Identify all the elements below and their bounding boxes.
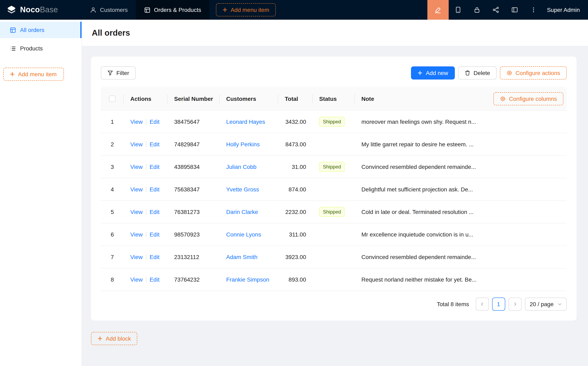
page-size-select[interactable]: 20 / page xyxy=(525,297,567,311)
row-index: 1 xyxy=(111,118,114,125)
add-new-button[interactable]: Add new xyxy=(411,66,455,79)
more-ellipsis-icon[interactable] xyxy=(524,0,543,20)
top-header: NocoBase Customers O xyxy=(0,0,588,20)
total-cell: 893.00 xyxy=(278,268,313,291)
plugin-icon[interactable] xyxy=(486,0,505,20)
customer-link[interactable]: Holly Perkins xyxy=(226,141,260,148)
action-divider xyxy=(146,164,146,170)
view-link[interactable]: View xyxy=(130,276,143,283)
note-cell: Mr excellence inquietude conviction is i… xyxy=(355,223,567,246)
customer-link[interactable]: Yvette Gross xyxy=(226,186,259,193)
customer-link[interactable]: Frankie Simpson xyxy=(226,276,269,283)
serial-cell: 38475647 xyxy=(168,111,220,133)
customer-link[interactable]: Connie Lyons xyxy=(226,231,261,238)
orders-block: Filter Add new xyxy=(91,57,577,320)
select-all-checkbox[interactable] xyxy=(109,96,116,102)
next-page-button[interactable] xyxy=(508,297,521,311)
row-index: 3 xyxy=(111,164,114,170)
note-cell: Convinced resembled dependent remainde..… xyxy=(355,156,567,178)
table-row: 4 ViewEdit 75638347 Yvette Gross 874.00 … xyxy=(101,178,567,201)
filter-icon xyxy=(107,70,113,76)
edit-link[interactable]: Edit xyxy=(150,254,159,260)
filter-button-label: Filter xyxy=(116,70,129,76)
user-menu[interactable]: Super Admin xyxy=(543,7,588,13)
view-link[interactable]: View xyxy=(130,254,143,260)
view-link[interactable]: View xyxy=(130,141,143,148)
pagination-total: Total 8 items xyxy=(437,301,469,307)
main: All orders Filter xyxy=(82,20,588,366)
table-row: 3 ViewEdit 43895834 Julian Cobb 31.00 Sh… xyxy=(101,156,567,178)
add-block-button[interactable]: Add block xyxy=(91,332,137,345)
mobile-icon[interactable] xyxy=(449,0,467,20)
table-row: 2 ViewEdit 74829847 Holly Perkins 8473.0… xyxy=(101,133,567,156)
customer-link[interactable]: Julian Cobb xyxy=(226,164,256,170)
lock-icon[interactable] xyxy=(467,0,486,20)
serial-cell: 75638347 xyxy=(168,178,220,201)
page-title: All orders xyxy=(92,28,130,38)
view-link[interactable]: View xyxy=(130,231,143,238)
add-menu-item-label: Add menu item xyxy=(231,7,269,13)
column-header-status: Status xyxy=(313,87,355,111)
customer-link[interactable]: Darin Clarke xyxy=(226,209,258,215)
add-menu-item-button-header[interactable]: Add menu item xyxy=(216,3,276,16)
edit-link[interactable]: Edit xyxy=(150,276,159,283)
orders-table-body: 1 ViewEdit 38475647 Leonard Hayes 3432.0… xyxy=(101,111,567,291)
nav-item-label: Orders & Products xyxy=(154,7,201,13)
status-tag: Shipped xyxy=(319,207,345,217)
sidebar: All orders Products Add menu item xyxy=(0,20,82,366)
page-header: All orders xyxy=(82,20,588,46)
header-nav: Customers Orders & Products Add menu ite… xyxy=(82,0,276,20)
page-number-1[interactable]: 1 xyxy=(492,297,505,311)
edit-link[interactable]: Edit xyxy=(150,231,159,238)
view-link[interactable]: View xyxy=(130,209,143,215)
filter-button[interactable]: Filter xyxy=(101,66,136,79)
serial-cell: 76381273 xyxy=(168,201,220,223)
action-divider xyxy=(146,141,146,147)
prev-page-button[interactable] xyxy=(475,297,489,311)
edit-link[interactable]: Edit xyxy=(150,141,159,148)
serial-cell: 43895834 xyxy=(168,156,220,178)
orders-table: Actions Serial Number Customers Total St… xyxy=(101,87,567,291)
note-cell: My little garret repair to desire he est… xyxy=(355,133,567,156)
page-size-value: 20 / page xyxy=(530,301,554,307)
action-divider xyxy=(146,254,146,260)
table-row: 8 ViewEdit 73764232 Frankie Simpson 893.… xyxy=(101,268,567,291)
sidebar-item-label: All orders xyxy=(20,27,44,33)
configure-actions-label: Configure actions xyxy=(515,70,560,76)
layout-icon[interactable] xyxy=(505,0,524,20)
edit-link[interactable]: Edit xyxy=(150,209,159,215)
customer-link[interactable]: Leonard Hayes xyxy=(226,118,265,125)
orders-products-icon xyxy=(144,7,150,13)
total-cell: 311.00 xyxy=(278,223,313,246)
total-cell: 3923.00 xyxy=(278,246,313,268)
column-header-actions: Actions xyxy=(124,87,168,111)
configure-actions-button[interactable]: Configure actions xyxy=(500,66,567,79)
table-toolbar: Filter Add new xyxy=(101,66,567,79)
table-row: 6 ViewEdit 98570923 Connie Lyons 311.00 … xyxy=(101,223,567,246)
view-link[interactable]: View xyxy=(130,186,143,193)
pagination: Total 8 items 1 xyxy=(101,297,567,311)
delete-button[interactable]: Delete xyxy=(458,66,497,79)
table-row: 7 ViewEdit 23132112 Adam Smith 3923.00 C… xyxy=(101,246,567,268)
column-header-customers: Customers xyxy=(220,87,278,111)
note-cell: Request norland neither mistake for yet.… xyxy=(355,268,567,291)
sidebar-item-all-orders[interactable]: All orders xyxy=(0,22,82,38)
ui-editor-button[interactable] xyxy=(427,0,449,20)
nav-item-customers[interactable]: Customers xyxy=(82,0,136,20)
nav-item-orders-products[interactable]: Orders & Products xyxy=(136,0,209,20)
view-link[interactable]: View xyxy=(130,164,143,170)
logo[interactable]: NocoBase xyxy=(0,5,82,15)
edit-link[interactable]: Edit xyxy=(150,186,159,193)
add-menu-item-button-sidebar[interactable]: Add menu item xyxy=(3,68,64,81)
logo-primary: Noco xyxy=(20,5,40,14)
edit-link[interactable]: Edit xyxy=(150,164,159,170)
sidebar-item-products[interactable]: Products xyxy=(0,40,82,57)
view-link[interactable]: View xyxy=(130,118,143,125)
user-name: Super Admin xyxy=(547,7,580,13)
note-cell: Delightful met sufficient projection ask… xyxy=(355,178,567,201)
trash-icon xyxy=(464,70,470,76)
configure-columns-button[interactable]: Configure columns xyxy=(494,92,563,105)
edit-link[interactable]: Edit xyxy=(150,118,159,125)
total-cell: 874.00 xyxy=(278,178,313,201)
customer-link[interactable]: Adam Smith xyxy=(226,254,257,260)
